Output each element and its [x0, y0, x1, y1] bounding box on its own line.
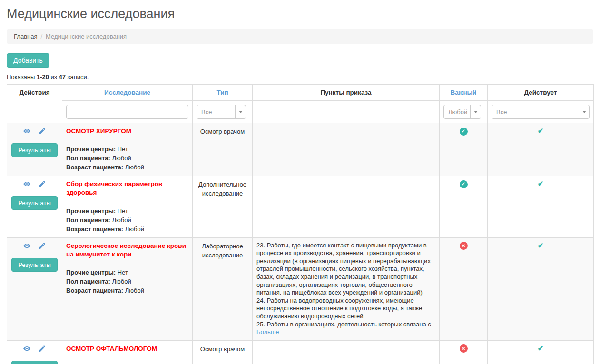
important-cell: ✓	[440, 123, 488, 176]
research-detail: Пол пациента: Любой	[66, 277, 188, 286]
research-detail: Прочие центры: Нет	[66, 145, 188, 154]
research-detail: Возраст пациента: Любой	[66, 225, 188, 234]
order-points-cell	[253, 340, 440, 364]
sort-link-important[interactable]: Важный	[451, 89, 477, 96]
summary-range: 1-20	[37, 73, 49, 80]
active-cell: ✔	[488, 237, 594, 340]
research-detail: Пол пациента: Любой	[66, 154, 188, 163]
active-check-icon: ✔	[538, 344, 544, 352]
active-cell: ✔	[488, 176, 594, 237]
summary-total: 47	[59, 73, 65, 80]
table-header-row: Действия Исследование Тип Пункты приказа…	[7, 85, 594, 101]
active-filter-select[interactable]: Все	[492, 105, 590, 119]
column-header-actions: Действия	[7, 85, 62, 123]
table-row: РезультатыСбор физических параметров здо…	[7, 176, 594, 237]
edit-pencil-icon[interactable]	[38, 344, 46, 353]
view-eye-icon[interactable]	[23, 242, 31, 250]
research-detail: Прочие центры: Нет	[66, 362, 188, 364]
more-link[interactable]: Больше	[256, 328, 279, 335]
important-check-circle-icon: ✓	[460, 180, 468, 188]
results-button[interactable]: Результаты	[11, 143, 57, 157]
edit-pencil-icon[interactable]	[38, 180, 46, 188]
type-cell: Дополнительное исследование	[193, 176, 253, 237]
important-check-circle-icon: ✓	[460, 128, 468, 136]
actions-cell: Результаты	[7, 237, 62, 340]
research-name-link[interactable]: ОСМОТР ХИРУРГОМ	[66, 127, 188, 136]
chevron-down-icon	[235, 105, 246, 118]
edit-pencil-icon[interactable]	[38, 127, 46, 135]
sort-link-type[interactable]: Тип	[216, 89, 228, 96]
order-point-line: 23. Работы, где имеется контакт с пищевы…	[256, 242, 435, 297]
results-button[interactable]: Результаты	[11, 196, 57, 210]
view-eye-icon[interactable]	[23, 127, 31, 135]
research-detail: Пол пациента: Любой	[66, 216, 188, 225]
column-header-type: Тип	[193, 85, 253, 101]
important-cell: ✕	[440, 237, 488, 340]
research-name-link[interactable]: Серологическое исследование крови на имм…	[66, 242, 188, 259]
filter-cell-order-points	[253, 101, 440, 123]
order-points-cell	[253, 123, 440, 176]
page-title: Медицинские исследования	[7, 7, 593, 21]
breadcrumb-separator: /	[40, 33, 42, 40]
actions-cell: Результаты	[7, 340, 62, 364]
order-points-cell	[253, 176, 440, 237]
breadcrumb-home-link[interactable]: Главная	[14, 33, 37, 40]
important-cross-circle-icon: ✕	[460, 242, 468, 250]
summary-prefix: Показаны	[7, 73, 37, 80]
research-table: Действия Исследование Тип Пункты приказа…	[7, 84, 594, 364]
research-cell: Серологическое исследование крови на имм…	[62, 237, 193, 340]
view-eye-icon[interactable]	[23, 180, 31, 188]
research-name-link[interactable]: Сбор физических параметров здоровья	[66, 180, 188, 197]
type-filter-value: Все	[197, 105, 235, 118]
research-detail: Прочие центры: Нет	[66, 268, 188, 277]
research-filter-input[interactable]	[66, 105, 188, 119]
chevron-down-icon	[470, 105, 481, 118]
actions-cell: Результаты	[7, 123, 62, 176]
important-cell: ✓	[440, 176, 488, 237]
filter-cell-research	[62, 101, 193, 123]
order-points-cell: 23. Работы, где имеется контакт с пищевы…	[253, 237, 440, 340]
active-filter-value: Все	[492, 105, 579, 118]
important-cell: ✕	[440, 340, 488, 364]
research-detail: Возраст пациента: Любой	[66, 286, 188, 295]
sort-link-research[interactable]: Исследование	[104, 89, 150, 96]
active-check-icon: ✔	[538, 179, 544, 187]
research-name-link[interactable]: ОСМОТР ОФТАЛЬМОЛОГОМ	[66, 344, 188, 353]
filter-cell-active: Все	[488, 101, 594, 123]
important-filter-value: Любой	[444, 105, 470, 118]
active-check-icon: ✔	[538, 241, 544, 249]
important-filter-select[interactable]: Любой	[443, 105, 481, 119]
column-header-research: Исследование	[62, 85, 193, 101]
edit-pencil-icon[interactable]	[38, 242, 46, 250]
page-container: Медицинские исследования Главная / Медиц…	[0, 7, 600, 364]
add-button[interactable]: Добавить	[7, 53, 49, 68]
column-header-order-points: Пункты приказа	[253, 85, 440, 101]
summary-middle: из	[49, 73, 59, 80]
order-point-line: 24. Работы на водопроводных сооружениях,…	[256, 297, 435, 321]
important-cross-circle-icon: ✕	[460, 344, 468, 353]
active-cell: ✔	[488, 340, 594, 364]
filter-cell-important: Любой	[440, 101, 488, 123]
research-detail: Прочие центры: Нет	[66, 207, 188, 216]
research-cell: ОСМОТР ХИРУРГОМПрочие центры: НетПол пац…	[62, 123, 193, 176]
research-detail: Возраст пациента: Любой	[66, 163, 188, 172]
type-filter-select[interactable]: Все	[197, 105, 246, 119]
view-eye-icon[interactable]	[23, 344, 31, 353]
results-button[interactable]: Результаты	[11, 258, 57, 272]
chevron-down-icon	[579, 105, 589, 118]
active-cell: ✔	[488, 123, 594, 176]
research-cell: Сбор физических параметров здоровьяПрочи…	[62, 176, 193, 237]
breadcrumb-current: Медицинские исследования	[46, 33, 127, 40]
table-row: РезультатыОСМОТР ХИРУРГОМПрочие центры: …	[7, 123, 594, 176]
table-row: РезультатыОСМОТР ОФТАЛЬМОЛОГОМПрочие цен…	[7, 340, 594, 364]
type-cell: Лабораторное исследование	[193, 237, 253, 340]
results-button[interactable]: Результаты	[11, 361, 57, 364]
column-header-important: Важный	[440, 85, 488, 101]
summary-suffix: записи.	[66, 73, 89, 80]
column-header-active: Действует	[488, 85, 594, 101]
breadcrumb: Главная / Медицинские исследования	[7, 29, 593, 44]
research-cell: ОСМОТР ОФТАЛЬМОЛОГОМПрочие центры: НетПо…	[62, 340, 193, 364]
active-check-icon: ✔	[538, 127, 544, 135]
table-row: РезультатыСерологическое исследование кр…	[7, 237, 594, 340]
filter-cell-type: Все	[193, 101, 253, 123]
